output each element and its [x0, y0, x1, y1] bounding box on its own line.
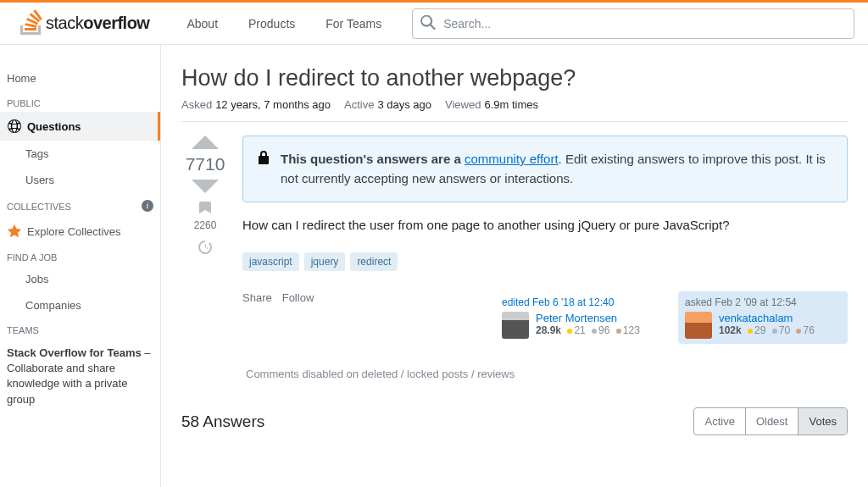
asker-card: asked Feb 2 '09 at 12:54 venkatachalam 1…	[678, 291, 848, 344]
question-post: 7710 2260 This question's answers are a …	[181, 136, 848, 380]
left-sidebar: Home PUBLIC Questions Tags Users COLLECT…	[0, 45, 161, 487]
svg-text:i: i	[147, 201, 149, 210]
silver-badge-icon	[592, 329, 597, 334]
lock-icon	[257, 150, 270, 171]
star-icon	[7, 224, 22, 239]
tag-list: javascript jquery redirect	[242, 252, 848, 271]
sort-votes-tab[interactable]: Votes	[798, 408, 847, 434]
question-body-text: How can I redirect the user from one pag…	[242, 218, 848, 232]
vote-column: 7710 2260	[181, 136, 229, 380]
editor-badges: 28.9k 21 96 123	[536, 324, 640, 336]
gold-badge-icon	[567, 329, 572, 334]
meta-asked: Asked12 years, 7 months ago	[181, 98, 331, 111]
vote-score: 7710	[186, 154, 225, 174]
bronze-badge-icon	[616, 329, 621, 334]
sidebar-home[interactable]: Home	[0, 65, 160, 91]
tag-jquery[interactable]: jquery	[304, 252, 346, 271]
answers-count: 58 Answers	[181, 412, 264, 431]
logo[interactable]: stackoverflow	[14, 9, 156, 37]
tag-redirect[interactable]: redirect	[350, 252, 398, 271]
silver-badge-icon	[772, 329, 777, 334]
comments-disabled-text: Comments disabled on deleted / locked po…	[246, 368, 848, 380]
bronze-badge-icon	[796, 329, 801, 334]
ask-time: asked Feb 2 '09 at 12:54	[685, 296, 841, 308]
sidebar-users[interactable]: Users	[0, 167, 160, 193]
post-actions: Share Follow	[242, 291, 314, 304]
asker-avatar[interactable]	[685, 312, 712, 339]
edit-time: edited Feb 6 '18 at 12:40	[502, 296, 658, 308]
sidebar-companies[interactable]: Companies	[0, 292, 160, 318]
editor-name[interactable]: Peter Mortensen	[536, 312, 640, 324]
asker-badges: 102k 29 70 76	[719, 324, 815, 336]
sidebar-section-collectives: COLLECTIVES i	[0, 193, 160, 217]
sidebar-jobs[interactable]: Jobs	[0, 266, 160, 292]
answer-sort-tabs: Active Oldest Votes	[693, 407, 848, 435]
logo-text: stackoverflow	[46, 14, 149, 33]
sort-active-tab[interactable]: Active	[694, 408, 744, 434]
meta-active: Active3 days ago	[344, 98, 431, 111]
sidebar-explore-label: Explore Collectives	[27, 225, 121, 238]
sidebar-tags[interactable]: Tags	[0, 141, 160, 167]
share-link[interactable]: Share	[242, 291, 272, 304]
sidebar-questions-label: Questions	[27, 120, 81, 133]
asker-name[interactable]: venkatachalam	[719, 312, 815, 324]
topbar: stackoverflow About Products For Teams	[0, 3, 868, 45]
history-button[interactable]	[198, 240, 213, 257]
user-cards: edited Feb 6 '18 at 12:40 Peter Mortense…	[495, 291, 848, 344]
sidebar-section-public: PUBLIC	[0, 91, 160, 112]
locked-notice: This question's answers are a community …	[242, 136, 848, 202]
tag-javascript[interactable]: javascript	[242, 252, 299, 271]
search-wrap	[412, 8, 854, 39]
follow-link[interactable]: Follow	[282, 291, 314, 304]
editor-card: edited Feb 6 '18 at 12:40 Peter Mortense…	[495, 291, 665, 344]
nav-for-teams[interactable]: For Teams	[315, 12, 392, 36]
sidebar-section-teams: TEAMS	[0, 318, 160, 339]
community-effort-link[interactable]: community effort	[465, 152, 559, 166]
question-title: How do I redirect to another webpage?	[181, 65, 848, 91]
teams-promo-box: Stack Overflow for Teams – Collaborate a…	[7, 346, 153, 407]
sidebar-explore-collectives[interactable]: Explore Collectives	[0, 217, 160, 246]
search-input[interactable]	[412, 8, 854, 39]
main-content: How do I redirect to another webpage? As…	[161, 45, 868, 487]
top-nav: About Products For Teams	[176, 12, 392, 36]
search-icon	[420, 14, 436, 32]
globe-icon	[7, 119, 22, 134]
info-icon[interactable]: i	[142, 200, 153, 213]
gold-badge-icon	[748, 329, 753, 334]
sidebar-section-findjob: FIND A JOB	[0, 246, 160, 266]
bookmark-button[interactable]	[198, 200, 213, 218]
nav-about[interactable]: About	[176, 12, 228, 36]
logo-icon	[20, 9, 42, 37]
meta-viewed: Viewed6.9m times	[445, 98, 538, 111]
question-meta: Asked12 years, 7 months ago Active3 days…	[181, 98, 848, 122]
bookmark-count: 2260	[194, 219, 217, 231]
upvote-button[interactable]	[192, 136, 219, 149]
editor-avatar[interactable]	[502, 312, 529, 339]
downvote-button[interactable]	[192, 180, 219, 193]
edit-time-link[interactable]: edited Feb 6 '18 at 12:40	[502, 296, 614, 308]
post-body: This question's answers are a community …	[242, 136, 848, 380]
sort-oldest-tab[interactable]: Oldest	[745, 408, 798, 434]
sidebar-questions[interactable]: Questions	[0, 112, 160, 141]
answers-header: 58 Answers Active Oldest Votes	[181, 407, 848, 435]
nav-products[interactable]: Products	[238, 12, 305, 36]
